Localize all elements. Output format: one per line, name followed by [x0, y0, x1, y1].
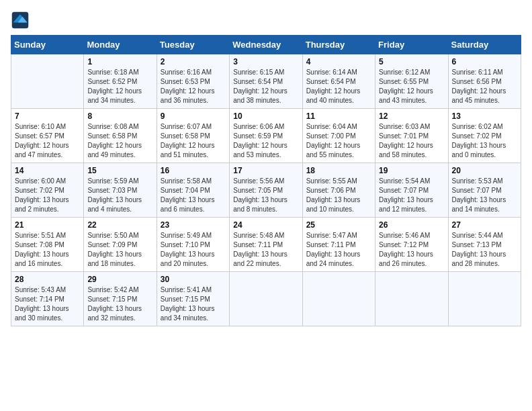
- calendar-day-cell: 3Sunrise: 6:15 AM Sunset: 6:54 PM Daylig…: [230, 54, 302, 109]
- day-detail: Sunrise: 5:47 AM Sunset: 7:11 PM Dayligh…: [306, 231, 371, 269]
- day-number: 1: [87, 57, 152, 66]
- day-detail: Sunrise: 5:46 AM Sunset: 7:12 PM Dayligh…: [379, 231, 444, 269]
- day-detail: Sunrise: 5:55 AM Sunset: 7:06 PM Dayligh…: [306, 177, 371, 214]
- day-number: 4: [306, 57, 371, 66]
- day-number: 2: [161, 57, 226, 66]
- day-detail: Sunrise: 5:53 AM Sunset: 7:07 PM Dayligh…: [452, 177, 517, 214]
- day-detail: Sunrise: 6:00 AM Sunset: 7:02 PM Dayligh…: [15, 177, 80, 214]
- calendar-table: SundayMondayTuesdayWednesdayThursdayFrid…: [11, 35, 521, 326]
- calendar-day-cell: 19Sunrise: 5:54 AM Sunset: 7:07 PM Dayli…: [375, 163, 448, 218]
- logo-icon: [11, 11, 30, 30]
- calendar-week-row: 1Sunrise: 6:18 AM Sunset: 6:52 PM Daylig…: [11, 54, 521, 109]
- calendar-day-cell: [230, 272, 302, 326]
- day-number: 19: [379, 166, 444, 175]
- weekday-header-row: SundayMondayTuesdayWednesdayThursdayFrid…: [11, 36, 521, 54]
- day-number: 5: [379, 57, 444, 66]
- day-number: 29: [87, 275, 152, 284]
- calendar-day-cell: 24Sunrise: 5:48 AM Sunset: 7:11 PM Dayli…: [230, 218, 302, 272]
- day-detail: Sunrise: 6:06 AM Sunset: 6:59 PM Dayligh…: [233, 122, 298, 160]
- calendar-day-cell: 25Sunrise: 5:47 AM Sunset: 7:11 PM Dayli…: [302, 218, 375, 272]
- day-number: 7: [15, 111, 80, 121]
- calendar-week-row: 7Sunrise: 6:10 AM Sunset: 6:57 PM Daylig…: [11, 109, 521, 163]
- calendar-day-cell: 11Sunrise: 6:04 AM Sunset: 7:00 PM Dayli…: [302, 109, 375, 163]
- day-number: 6: [452, 57, 517, 66]
- calendar-day-cell: [11, 54, 84, 109]
- logo: [11, 11, 32, 30]
- day-detail: Sunrise: 5:41 AM Sunset: 7:15 PM Dayligh…: [161, 285, 226, 323]
- calendar-day-cell: 23Sunrise: 5:49 AM Sunset: 7:10 PM Dayli…: [157, 218, 229, 272]
- day-number: 9: [161, 111, 226, 121]
- weekday-header-cell: Sunday: [11, 36, 84, 54]
- calendar-day-cell: [302, 272, 375, 326]
- calendar-day-cell: 13Sunrise: 6:02 AM Sunset: 7:02 PM Dayli…: [448, 109, 521, 163]
- calendar-day-cell: 22Sunrise: 5:50 AM Sunset: 7:09 PM Dayli…: [84, 218, 157, 272]
- day-number: 13: [452, 111, 517, 121]
- calendar-day-cell: [448, 272, 521, 326]
- calendar-day-cell: 1Sunrise: 6:18 AM Sunset: 6:52 PM Daylig…: [84, 54, 157, 109]
- day-number: 18: [306, 166, 371, 175]
- calendar-day-cell: 2Sunrise: 6:16 AM Sunset: 6:53 PM Daylig…: [157, 54, 229, 109]
- weekday-header-cell: Wednesday: [230, 36, 302, 54]
- day-detail: Sunrise: 5:44 AM Sunset: 7:13 PM Dayligh…: [452, 231, 517, 269]
- calendar-day-cell: 12Sunrise: 6:03 AM Sunset: 7:01 PM Dayli…: [375, 109, 448, 163]
- calendar-day-cell: 9Sunrise: 6:07 AM Sunset: 6:58 PM Daylig…: [157, 109, 229, 163]
- day-number: 26: [379, 220, 444, 230]
- calendar-day-cell: 5Sunrise: 6:12 AM Sunset: 6:55 PM Daylig…: [375, 54, 448, 109]
- day-detail: Sunrise: 5:59 AM Sunset: 7:03 PM Dayligh…: [87, 177, 152, 214]
- day-detail: Sunrise: 6:02 AM Sunset: 7:02 PM Dayligh…: [452, 122, 517, 160]
- calendar-day-cell: 10Sunrise: 6:06 AM Sunset: 6:59 PM Dayli…: [230, 109, 302, 163]
- day-number: 12: [379, 111, 444, 121]
- weekday-header-cell: Friday: [375, 36, 448, 54]
- day-detail: Sunrise: 5:51 AM Sunset: 7:08 PM Dayligh…: [15, 231, 80, 269]
- calendar-day-cell: 15Sunrise: 5:59 AM Sunset: 7:03 PM Dayli…: [84, 163, 157, 218]
- day-detail: Sunrise: 6:18 AM Sunset: 6:52 PM Dayligh…: [87, 68, 152, 105]
- weekday-header-cell: Tuesday: [157, 36, 229, 54]
- calendar-day-cell: 18Sunrise: 5:55 AM Sunset: 7:06 PM Dayli…: [302, 163, 375, 218]
- calendar-week-row: 21Sunrise: 5:51 AM Sunset: 7:08 PM Dayli…: [11, 218, 521, 272]
- calendar-day-cell: 17Sunrise: 5:56 AM Sunset: 7:05 PM Dayli…: [230, 163, 302, 218]
- day-number: 14: [15, 166, 80, 175]
- day-detail: Sunrise: 6:11 AM Sunset: 6:56 PM Dayligh…: [452, 68, 517, 105]
- calendar-day-cell: 21Sunrise: 5:51 AM Sunset: 7:08 PM Dayli…: [11, 218, 84, 272]
- day-detail: Sunrise: 5:43 AM Sunset: 7:14 PM Dayligh…: [15, 285, 80, 323]
- day-detail: Sunrise: 5:48 AM Sunset: 7:11 PM Dayligh…: [233, 231, 298, 269]
- day-detail: Sunrise: 6:07 AM Sunset: 6:58 PM Dayligh…: [161, 122, 226, 160]
- day-number: 16: [161, 166, 226, 175]
- day-number: 25: [306, 220, 371, 230]
- day-detail: Sunrise: 5:54 AM Sunset: 7:07 PM Dayligh…: [379, 177, 444, 214]
- day-number: 27: [452, 220, 517, 230]
- calendar-day-cell: 14Sunrise: 6:00 AM Sunset: 7:02 PM Dayli…: [11, 163, 84, 218]
- calendar-week-row: 28Sunrise: 5:43 AM Sunset: 7:14 PM Dayli…: [11, 272, 521, 326]
- calendar-week-row: 14Sunrise: 6:00 AM Sunset: 7:02 PM Dayli…: [11, 163, 521, 218]
- calendar-body: 1Sunrise: 6:18 AM Sunset: 6:52 PM Daylig…: [11, 54, 521, 326]
- calendar-day-cell: [375, 272, 448, 326]
- weekday-header-cell: Monday: [84, 36, 157, 54]
- day-detail: Sunrise: 6:08 AM Sunset: 6:58 PM Dayligh…: [87, 122, 152, 160]
- calendar-day-cell: 8Sunrise: 6:08 AM Sunset: 6:58 PM Daylig…: [84, 109, 157, 163]
- day-number: 3: [233, 57, 298, 66]
- calendar-day-cell: 27Sunrise: 5:44 AM Sunset: 7:13 PM Dayli…: [448, 218, 521, 272]
- day-detail: Sunrise: 6:04 AM Sunset: 7:00 PM Dayligh…: [306, 122, 371, 160]
- day-detail: Sunrise: 6:16 AM Sunset: 6:53 PM Dayligh…: [161, 68, 226, 105]
- weekday-header-cell: Saturday: [448, 36, 521, 54]
- calendar-day-cell: 28Sunrise: 5:43 AM Sunset: 7:14 PM Dayli…: [11, 272, 84, 326]
- day-number: 10: [233, 111, 298, 121]
- day-detail: Sunrise: 5:49 AM Sunset: 7:10 PM Dayligh…: [161, 231, 226, 269]
- day-detail: Sunrise: 6:14 AM Sunset: 6:54 PM Dayligh…: [306, 68, 371, 105]
- day-detail: Sunrise: 6:10 AM Sunset: 6:57 PM Dayligh…: [15, 122, 80, 160]
- day-detail: Sunrise: 6:15 AM Sunset: 6:54 PM Dayligh…: [233, 68, 298, 105]
- calendar-day-cell: 6Sunrise: 6:11 AM Sunset: 6:56 PM Daylig…: [448, 54, 521, 109]
- day-detail: Sunrise: 6:12 AM Sunset: 6:55 PM Dayligh…: [379, 68, 444, 105]
- day-detail: Sunrise: 5:50 AM Sunset: 7:09 PM Dayligh…: [87, 231, 152, 269]
- day-number: 21: [15, 220, 80, 230]
- day-number: 30: [161, 275, 226, 284]
- day-number: 11: [306, 111, 371, 121]
- calendar-day-cell: 30Sunrise: 5:41 AM Sunset: 7:15 PM Dayli…: [157, 272, 229, 326]
- day-number: 22: [87, 220, 152, 230]
- day-detail: Sunrise: 5:42 AM Sunset: 7:15 PM Dayligh…: [87, 285, 152, 323]
- calendar-day-cell: 29Sunrise: 5:42 AM Sunset: 7:15 PM Dayli…: [84, 272, 157, 326]
- calendar-day-cell: 4Sunrise: 6:14 AM Sunset: 6:54 PM Daylig…: [302, 54, 375, 109]
- calendar-day-cell: 26Sunrise: 5:46 AM Sunset: 7:12 PM Dayli…: [375, 218, 448, 272]
- day-number: 24: [233, 220, 298, 230]
- day-number: 17: [233, 166, 298, 175]
